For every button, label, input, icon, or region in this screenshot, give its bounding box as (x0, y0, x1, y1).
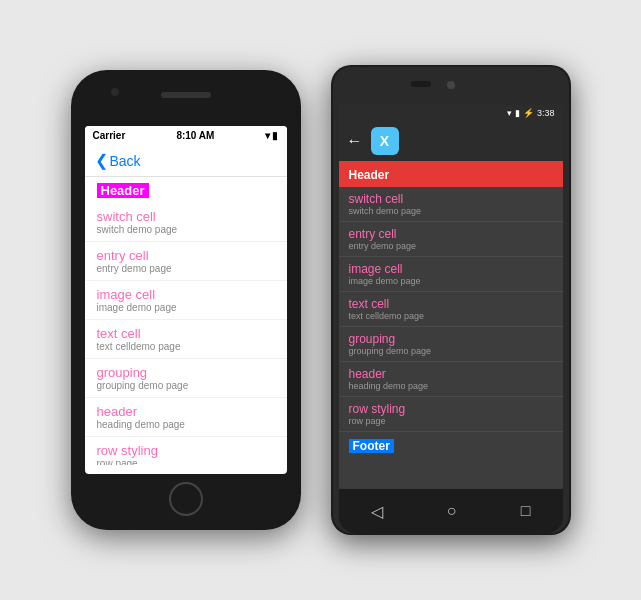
ios-item-subtitle: grouping demo page (97, 380, 275, 391)
ios-list-item[interactable]: text cell text celldemo page (85, 320, 287, 359)
ios-navbar: ❮ Back (85, 145, 287, 177)
iphone-home-button[interactable] (169, 482, 203, 516)
android-battery-icon: ▮ (515, 108, 520, 118)
android-item-subtitle: entry demo page (349, 241, 553, 251)
android-camera (447, 81, 455, 89)
android-list-item[interactable]: entry cell entry demo page (339, 222, 563, 257)
android-item-title: grouping (349, 332, 553, 346)
android-item-subtitle: text celldemo page (349, 311, 553, 321)
ios-list-header: Header (85, 177, 287, 203)
android-nav-bar: ◁ ○ □ (339, 489, 563, 533)
android-list-header: Header (339, 161, 563, 187)
android-device: ▾ ▮ ⚡ 3:38 ← X Header (331, 65, 571, 535)
android-speaker (411, 81, 431, 87)
android-list-item[interactable]: header heading demo page (339, 362, 563, 397)
android-list-footer: Footer (339, 432, 563, 458)
iphone-device: Carrier 8:10 AM ▾ ▮ ❮ Back (71, 70, 301, 530)
android-app-icon: X (371, 127, 399, 155)
ios-item-subtitle: text celldemo page (97, 341, 275, 352)
ios-item-title: image cell (97, 287, 275, 302)
ios-back-button[interactable]: ❮ Back (95, 151, 277, 170)
android-item-subtitle: image demo page (349, 276, 553, 286)
scene: Carrier 8:10 AM ▾ ▮ ❮ Back (61, 55, 581, 545)
ios-time: 8:10 AM (176, 130, 214, 141)
android-time: 3:38 (537, 108, 555, 118)
android-back-arrow-icon[interactable]: ← (347, 132, 363, 150)
android-item-subtitle: heading demo page (349, 381, 553, 391)
android-status-bar: ▾ ▮ ⚡ 3:38 (339, 105, 563, 121)
android-home-nav-icon[interactable]: ○ (447, 502, 457, 520)
ios-item-subtitle: switch demo page (97, 224, 275, 235)
ios-list-item[interactable]: switch cell switch demo page (85, 203, 287, 242)
ios-header-label: Header (97, 183, 149, 198)
iphone-screen: Carrier 8:10 AM ▾ ▮ ❮ Back (85, 126, 287, 474)
iphone-speaker (161, 92, 211, 98)
android-item-subtitle: row page (349, 416, 553, 426)
android-item-title: entry cell (349, 227, 553, 241)
ios-item-subtitle: row page (97, 458, 275, 465)
ios-list-item[interactable]: entry cell entry demo page (85, 242, 287, 281)
android-item-title: header (349, 367, 553, 381)
android-app-icon-label: X (380, 133, 389, 149)
ios-carrier: Carrier (93, 130, 126, 141)
android-list-item[interactable]: image cell image demo page (339, 257, 563, 292)
android-list-item[interactable]: row styling row page (339, 397, 563, 432)
ios-back-chevron-icon: ❮ (95, 151, 108, 170)
ios-list-item[interactable]: image cell image demo page (85, 281, 287, 320)
android-charge-icon: ⚡ (523, 108, 534, 118)
android-footer-label: Footer (349, 439, 394, 453)
android-recents-nav-icon[interactable]: □ (521, 502, 531, 520)
ios-item-title: entry cell (97, 248, 275, 263)
android-screen: ▾ ▮ ⚡ 3:38 ← X Header (339, 105, 563, 489)
ios-list: Header switch cell switch demo page entr… (85, 177, 287, 465)
ios-status-bar: Carrier 8:10 AM ▾ ▮ (85, 126, 287, 145)
ios-list-item[interactable]: header heading demo page (85, 398, 287, 437)
android-back-nav-icon[interactable]: ◁ (371, 502, 383, 521)
ios-list-item[interactable]: grouping grouping demo page (85, 359, 287, 398)
ios-item-title: grouping (97, 365, 275, 380)
ios-wifi-icon: ▾ (265, 130, 270, 141)
android-wifi-icon: ▾ (507, 108, 512, 118)
android-header-label: Header (349, 168, 390, 182)
android-status-icons: ▾ ▮ ⚡ 3:38 (507, 108, 555, 118)
android-list: Header switch cell switch demo page entr… (339, 161, 563, 489)
ios-battery-icon: ▮ (272, 130, 278, 141)
ios-item-title: row styling (97, 443, 275, 458)
ios-item-subtitle: entry demo page (97, 263, 275, 274)
android-item-title: image cell (349, 262, 553, 276)
ios-item-title: header (97, 404, 275, 419)
iphone-camera (111, 88, 119, 96)
android-item-title: row styling (349, 402, 553, 416)
android-list-item[interactable]: switch cell switch demo page (339, 187, 563, 222)
ios-item-subtitle: image demo page (97, 302, 275, 313)
android-list-item[interactable]: text cell text celldemo page (339, 292, 563, 327)
ios-list-item[interactable]: row styling row page (85, 437, 287, 465)
android-toolbar: ← X (339, 121, 563, 161)
ios-item-subtitle: heading demo page (97, 419, 275, 430)
android-list-item[interactable]: grouping grouping demo page (339, 327, 563, 362)
ios-battery: ▾ ▮ (265, 130, 278, 141)
ios-item-title: switch cell (97, 209, 275, 224)
android-item-subtitle: grouping demo page (349, 346, 553, 356)
android-item-title: switch cell (349, 192, 553, 206)
ios-item-title: text cell (97, 326, 275, 341)
android-item-subtitle: switch demo page (349, 206, 553, 216)
android-item-title: text cell (349, 297, 553, 311)
ios-back-label: Back (110, 153, 141, 169)
